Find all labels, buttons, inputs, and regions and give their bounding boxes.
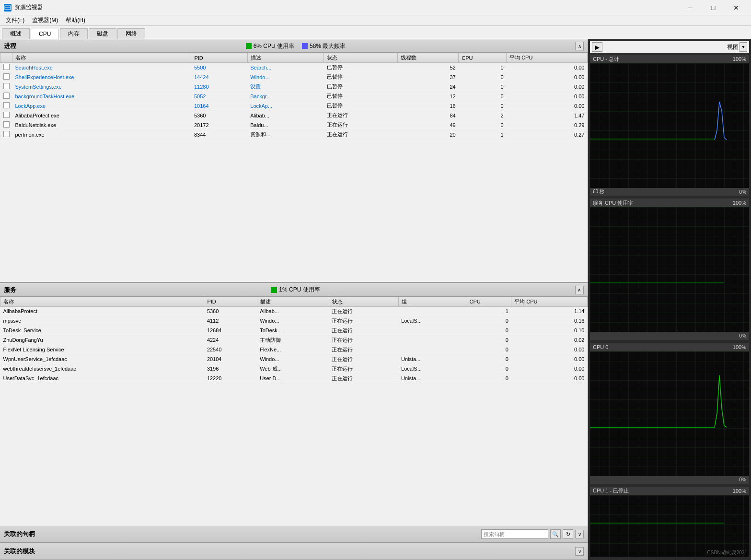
th-cpu[interactable]: CPU bbox=[459, 53, 507, 63]
tab-memory[interactable]: 内存 bbox=[60, 28, 88, 39]
srow-name[interactable]: webthreatdefusersvc_1efcdaac bbox=[0, 364, 204, 373]
srow-name[interactable]: ZhuDongFangYu bbox=[0, 335, 204, 345]
table-row[interactable]: SearchHost.exe 5500 Search... 已暂停 52 0 0… bbox=[0, 63, 588, 72]
row-name[interactable]: backgroundTaskHost.exe bbox=[12, 92, 191, 101]
row-threads: 12 bbox=[398, 92, 459, 101]
row-name[interactable]: SearchHost.exe bbox=[12, 63, 191, 72]
srow-name[interactable]: mpssvc bbox=[0, 316, 204, 326]
table-row[interactable]: perfmon.exe 8344 资源和... 正在运行 20 1 0.27 bbox=[0, 130, 588, 140]
table-row[interactable]: ZhuDongFangYu 4224 主动防御 正在运行 0 0.02 bbox=[0, 335, 588, 345]
tab-overview[interactable]: 概述 bbox=[2, 28, 30, 39]
sth-cpu[interactable]: CPU bbox=[466, 297, 511, 306]
row-check[interactable] bbox=[0, 82, 12, 92]
row-status: 正在运行 bbox=[324, 111, 398, 120]
maximize-button[interactable]: □ bbox=[702, 0, 724, 15]
row-name[interactable]: LockApp.exe bbox=[12, 101, 191, 111]
table-row[interactable]: WpnUserService_1efcdaac 20104 Windo... 正… bbox=[0, 354, 588, 364]
cpu0-chart-footer: 0% bbox=[590, 476, 749, 484]
process-table-scroll[interactable]: 名称 PID 描述 状态 线程数 CPU 平均 CPU SearchHos bbox=[0, 53, 588, 282]
service-collapse-btn[interactable]: ∧ bbox=[575, 286, 584, 294]
table-row[interactable]: backgroundTaskHost.exe 5052 Backgr... 已暂… bbox=[0, 92, 588, 101]
srow-group bbox=[398, 306, 466, 316]
table-row[interactable]: AlibabaProtect.exe 5360 Alibab... 正在运行 8… bbox=[0, 111, 588, 120]
row-check[interactable] bbox=[0, 63, 12, 72]
row-threads: 84 bbox=[398, 111, 459, 120]
srow-cpu: 0 bbox=[466, 373, 511, 383]
row-check[interactable] bbox=[0, 120, 12, 130]
th-status[interactable]: 状态 bbox=[324, 53, 398, 63]
srow-pid: 12220 bbox=[204, 373, 257, 383]
table-row[interactable]: webthreatdefusersvc_1efcdaac 3196 Web 威.… bbox=[0, 364, 588, 373]
row-name[interactable]: BaiduNetdisk.exe bbox=[12, 120, 191, 130]
srow-name[interactable]: FlexNet Licensing Service bbox=[0, 345, 204, 354]
srow-name[interactable]: UserDataSvc_1efcdaac bbox=[0, 373, 204, 383]
table-row[interactable]: AlibabaProtect 5360 Alibab... 正在运行 1 1.1… bbox=[0, 306, 588, 316]
row-check[interactable] bbox=[0, 72, 12, 82]
table-row[interactable]: mpssvc 4112 Windo... 正在运行 LocalS... 0 0.… bbox=[0, 316, 588, 326]
srow-pid: 4224 bbox=[204, 335, 257, 345]
sth-group[interactable]: 组 bbox=[398, 297, 466, 306]
close-button[interactable]: ✕ bbox=[725, 0, 747, 15]
handle-collapse-btn[interactable]: ∨ bbox=[575, 530, 584, 538]
table-row[interactable]: BaiduNetdisk.exe 20172 Baidu... 正在运行 49 … bbox=[0, 120, 588, 130]
menu-monitor[interactable]: 监视器(M) bbox=[28, 15, 62, 25]
row-pid: 8344 bbox=[191, 130, 247, 140]
table-row[interactable]: ToDesk_Service 12684 ToDesk... 正在运行 0 0.… bbox=[0, 326, 588, 335]
cpu0-chart-header: CPU 0 100% bbox=[590, 343, 749, 351]
sth-status[interactable]: 状态 bbox=[329, 297, 398, 306]
table-row[interactable]: LockApp.exe 10164 LockAp... 已暂停 16 0 0.0… bbox=[0, 101, 588, 111]
handle-refresh-btn[interactable]: ↻ bbox=[563, 529, 573, 539]
row-check[interactable] bbox=[0, 101, 12, 111]
process-title: 进程 bbox=[4, 42, 16, 50]
srow-avg-cpu: 0.16 bbox=[511, 316, 588, 326]
menu-help[interactable]: 帮助(H) bbox=[62, 15, 89, 25]
th-pid[interactable]: PID bbox=[191, 53, 247, 63]
th-desc[interactable]: 描述 bbox=[247, 53, 324, 63]
tab-cpu[interactable]: CPU bbox=[31, 29, 59, 39]
service-stats: 1% CPU 使用率 bbox=[271, 286, 320, 294]
service-cpu-chart-percent: 100% bbox=[733, 200, 746, 206]
row-status: 正在运行 bbox=[324, 120, 398, 130]
minimize-button[interactable]: ─ bbox=[679, 0, 701, 15]
table-row[interactable]: SystemSettings.exe 11280 设置 已暂停 24 0 0.0… bbox=[0, 82, 588, 92]
right-forward-btn[interactable]: ▶ bbox=[592, 42, 602, 52]
row-check[interactable] bbox=[0, 111, 12, 120]
row-name[interactable]: ShellExperienceHost.exe bbox=[12, 72, 191, 82]
cpu1-percent: 100% bbox=[733, 488, 746, 494]
row-name[interactable]: perfmon.exe bbox=[12, 130, 191, 140]
row-status: 已暂停 bbox=[324, 92, 398, 101]
service-table-scroll[interactable]: 名称 PID 描述 状态 组 CPU 平均 CPU AlibabaProtect bbox=[0, 297, 588, 526]
sth-desc[interactable]: 描述 bbox=[257, 297, 329, 306]
th-avg-cpu[interactable]: 平均 CPU bbox=[507, 53, 588, 63]
tab-network[interactable]: 网络 bbox=[117, 28, 145, 39]
sth-name[interactable]: 名称 bbox=[0, 297, 204, 306]
tab-disk[interactable]: 磁盘 bbox=[89, 28, 116, 39]
row-avg-cpu: 0.29 bbox=[507, 120, 588, 130]
srow-name[interactable]: WpnUserService_1efcdaac bbox=[0, 354, 204, 364]
th-name[interactable]: 名称 bbox=[12, 53, 191, 63]
tab-bar: 概述 CPU 内存 磁盘 网络 bbox=[0, 26, 751, 39]
srow-name[interactable]: AlibabaProtect bbox=[0, 306, 204, 316]
row-check[interactable] bbox=[0, 92, 12, 101]
row-name[interactable]: SystemSettings.exe bbox=[12, 82, 191, 92]
table-row[interactable]: FlexNet Licensing Service 22540 FlexNe..… bbox=[0, 345, 588, 354]
process-collapse-btn[interactable]: ∧ bbox=[575, 42, 584, 50]
sth-avg-cpu[interactable]: 平均 CPU bbox=[511, 297, 588, 306]
srow-name[interactable]: ToDesk_Service bbox=[0, 326, 204, 335]
row-check[interactable] bbox=[0, 130, 12, 140]
row-cpu: 0 bbox=[459, 120, 507, 130]
srow-status: 正在运行 bbox=[329, 326, 398, 335]
menu-file[interactable]: 文件(F) bbox=[2, 15, 28, 25]
menu-bar: 文件(F) 监视器(M) 帮助(H) bbox=[0, 15, 751, 26]
view-dropdown-btn[interactable]: ▼ bbox=[739, 42, 747, 52]
th-threads[interactable]: 线程数 bbox=[398, 53, 459, 63]
row-avg-cpu: 0.00 bbox=[507, 72, 588, 82]
sth-pid[interactable]: PID bbox=[204, 297, 257, 306]
cpu1-chart: CPU 1 - 已停止 100% CSDN @幻灵2021 bbox=[590, 487, 749, 557]
handle-search-input[interactable] bbox=[481, 529, 548, 539]
module-collapse-btn[interactable]: ∨ bbox=[575, 547, 584, 556]
handle-search-btn[interactable]: 🔍 bbox=[550, 529, 561, 539]
table-row[interactable]: UserDataSvc_1efcdaac 12220 User D... 正在运… bbox=[0, 373, 588, 383]
table-row[interactable]: ShellExperienceHost.exe 14424 Windo... 已… bbox=[0, 72, 588, 82]
row-name[interactable]: AlibabaProtect.exe bbox=[12, 111, 191, 120]
